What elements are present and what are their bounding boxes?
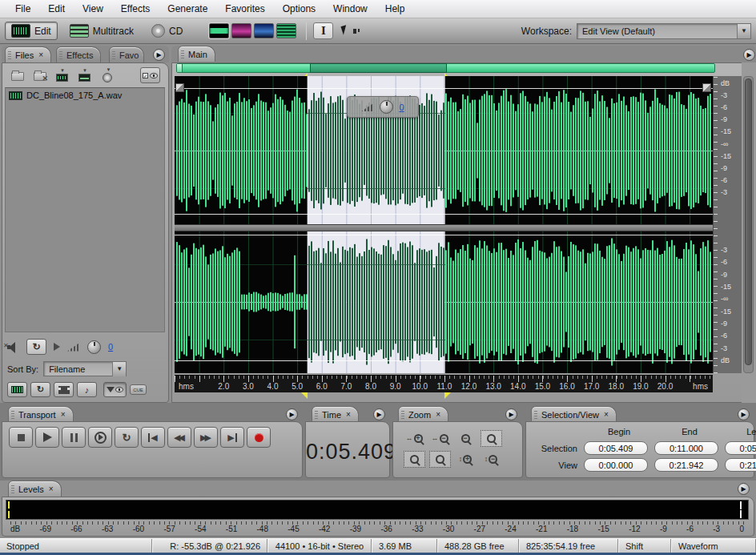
pause-button[interactable]: [62, 427, 86, 448]
filter-options-button[interactable]: [103, 382, 127, 397]
workspace-dropdown[interactable]: Edit View (Default): [577, 23, 751, 39]
play-looped-button[interactable]: [115, 427, 139, 448]
fast-forward-button[interactable]: [194, 427, 218, 448]
volume-value-link[interactable]: 0: [399, 103, 404, 112]
preview-volume-value[interactable]: 0: [108, 342, 113, 352]
file-list-item[interactable]: DC_Bline08_175_A.wav: [6, 88, 164, 103]
selection-start-marker-bottom[interactable]: [301, 392, 308, 399]
zoom-to-selection-button[interactable]: [481, 430, 502, 447]
open-file-button[interactable]: [9, 68, 26, 82]
preview-volume-knob[interactable]: [87, 340, 101, 354]
tab-transport[interactable]: Transport: [8, 406, 74, 422]
boundary-handle-left[interactable]: [175, 83, 184, 92]
menu-favorites[interactable]: Favorites: [216, 1, 273, 17]
scrub-tool-button[interactable]: [338, 22, 358, 39]
vertical-scrollbar-thumb[interactable]: [745, 78, 752, 365]
menu-edit[interactable]: Edit: [39, 1, 74, 17]
amplitude-ruler[interactable]: dB-3-6-9-15-∞-15-9-6-3 -3-6-9-15-∞-15-9-…: [713, 76, 742, 373]
time-field[interactable]: 0:00.000: [584, 458, 648, 472]
show-midi-files-button[interactable]: ♪: [77, 382, 97, 397]
show-loop-files-button[interactable]: [30, 382, 50, 397]
menu-options[interactable]: Options: [274, 1, 324, 17]
tab-effects[interactable]: Effects: [56, 46, 101, 62]
close-tab-icon[interactable]: [38, 50, 43, 59]
go-to-beginning-button[interactable]: [141, 427, 165, 448]
spectral-pan-display-button[interactable]: [254, 23, 274, 38]
zoom-to-selection-right-button[interactable]: [429, 451, 451, 468]
close-tab-icon[interactable]: [49, 485, 54, 493]
zoom-in-horizontal-button[interactable]: ↔+: [404, 430, 425, 447]
zoom-out-horizontal-button[interactable]: ↔−: [429, 430, 451, 447]
play-from-cursor-button[interactable]: [88, 427, 112, 448]
close-file-button[interactable]: [31, 68, 48, 82]
menu-help[interactable]: Help: [376, 1, 414, 17]
files-panel-menu-button[interactable]: [153, 49, 165, 61]
close-tab-icon[interactable]: [436, 410, 440, 419]
overview-left-cap[interactable]: [177, 64, 183, 72]
zoom-in-vertical-button[interactable]: ↕+: [455, 451, 477, 468]
volume-bars-icon[interactable]: [361, 103, 374, 111]
menu-generate[interactable]: Generate: [159, 1, 216, 17]
close-tab-icon[interactable]: [346, 410, 351, 419]
floating-volume-control[interactable]: 0: [347, 96, 419, 118]
time-field[interactable]: 0:21.942: [654, 458, 718, 472]
levels-panel-menu-button[interactable]: [738, 483, 750, 495]
menu-file[interactable]: File: [6, 1, 39, 17]
tab-levels[interactable]: Levels: [8, 481, 62, 497]
go-to-end-button[interactable]: [220, 427, 244, 448]
overview-scrollbar[interactable]: [176, 63, 715, 73]
stop-button[interactable]: [9, 427, 33, 448]
show-video-files-button[interactable]: [54, 382, 74, 397]
insert-into-cd-button[interactable]: [99, 68, 115, 82]
tab-zoom[interactable]: Zoom: [398, 406, 448, 422]
selection-end-marker-bottom[interactable]: [444, 392, 451, 399]
menu-window[interactable]: Window: [324, 1, 376, 17]
menu-view[interactable]: View: [74, 1, 112, 17]
preview-volume-icon[interactable]: [67, 343, 80, 352]
auto-play-mute-icon[interactable]: ✕: [7, 342, 19, 352]
overview-selection-range[interactable]: [310, 63, 447, 73]
vertical-scrollbar[interactable]: [743, 76, 754, 373]
tab-files[interactable]: Files: [5, 46, 51, 62]
import-file-button[interactable]: [54, 68, 70, 82]
volume-knob[interactable]: [380, 100, 393, 114]
dropdown-arrow-icon[interactable]: [112, 362, 126, 376]
play-button[interactable]: [35, 427, 59, 448]
main-panel-menu-button[interactable]: [743, 49, 755, 61]
tab-main[interactable]: Main: [178, 46, 215, 62]
close-tab-icon[interactable]: [604, 410, 609, 419]
spectral-frequency-display-button[interactable]: [231, 23, 251, 38]
advanced-options-toggle[interactable]: ✓: [140, 67, 160, 83]
timeline-ruler[interactable]: hms hms 2.03.04.05.06.07.08.09.010.011.0…: [175, 375, 713, 392]
boundary-handle-right[interactable]: [702, 83, 711, 92]
close-tab-icon[interactable]: [61, 410, 66, 419]
preview-play-button[interactable]: [54, 343, 60, 351]
record-button[interactable]: [247, 427, 271, 448]
time-field[interactable]: 0:05.409: [584, 441, 648, 455]
tab-selection-view[interactable]: Selection/View: [531, 406, 617, 422]
file-list[interactable]: DC_Bline08_175_A.wav: [5, 87, 165, 332]
tab-favorites[interactable]: Favo: [109, 46, 144, 62]
insert-into-multitrack-button[interactable]: [76, 68, 93, 82]
spectral-phase-display-button[interactable]: [276, 23, 296, 38]
menu-effects[interactable]: Effects: [112, 1, 159, 17]
zoom-panel-menu-button[interactable]: [505, 408, 517, 420]
time-selection-tool-button[interactable]: I: [313, 22, 333, 39]
selection-view-panel-menu-button[interactable]: [738, 408, 750, 420]
zoom-to-selection-left-button[interactable]: [404, 451, 425, 468]
zoom-out-full-button[interactable]: −: [455, 430, 477, 447]
cue-list-button[interactable]: CUE: [130, 384, 147, 395]
cd-view-button[interactable]: CD: [146, 22, 188, 40]
loop-playback-button[interactable]: [26, 339, 46, 355]
show-audio-files-button[interactable]: [7, 382, 27, 397]
rewind-button[interactable]: [167, 427, 191, 448]
channel-divider[interactable]: [175, 224, 713, 231]
dropdown-arrow-icon[interactable]: [737, 24, 750, 38]
time-field[interactable]: 0:21.942: [725, 458, 756, 472]
time-field[interactable]: 0:05.590: [725, 441, 756, 455]
time-field[interactable]: 0:11.000: [654, 441, 718, 455]
zoom-out-vertical-button[interactable]: ↕−: [481, 451, 502, 468]
level-meter[interactable]: [6, 500, 749, 520]
multitrack-view-button[interactable]: Multitrack: [64, 22, 139, 40]
tab-time[interactable]: Time: [312, 406, 359, 422]
